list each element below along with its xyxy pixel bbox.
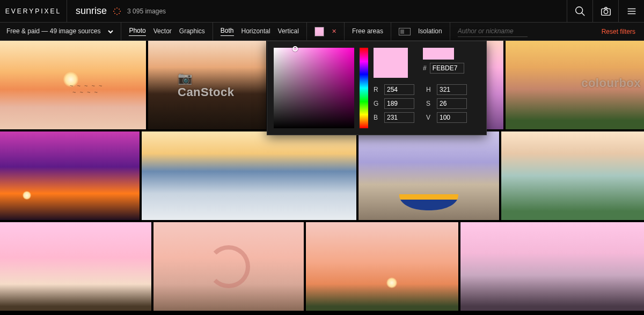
menu-icon[interactable]	[618, 0, 644, 23]
site-logo[interactable]: EVERYPIXEL	[0, 0, 67, 22]
search-summary: sunrise 3 095 images	[67, 0, 174, 22]
svg-point-8	[575, 6, 582, 13]
b-input[interactable]	[384, 112, 414, 123]
svg-point-3	[120, 11, 121, 12]
v-label: V	[426, 114, 433, 121]
b-label: B	[374, 114, 380, 121]
filter-vector[interactable]: Vector	[153, 27, 172, 36]
svg-point-0	[116, 8, 118, 9]
svg-point-7	[119, 13, 120, 14]
g-label: G	[374, 100, 380, 107]
result-count: 3 095 images	[127, 8, 166, 15]
clear-color-icon[interactable]: ✕	[332, 28, 336, 35]
svg-point-11	[604, 10, 608, 13]
color-swatch[interactable]	[314, 27, 324, 36]
hex-input[interactable]	[430, 63, 464, 74]
hue-slider[interactable]	[360, 48, 368, 128]
result-thumb[interactable]: 📷 CanStock	[148, 41, 266, 129]
result-thumb[interactable]	[0, 222, 151, 311]
r-input[interactable]	[384, 84, 414, 95]
result-thumb[interactable]	[142, 131, 356, 220]
result-thumb[interactable]	[306, 222, 458, 311]
h-input[interactable]	[437, 84, 467, 95]
result-thumb[interactable]	[0, 131, 140, 220]
svg-point-6	[114, 13, 115, 14]
s-input[interactable]	[437, 98, 467, 109]
reset-filters-button[interactable]: Reset filters	[593, 28, 644, 35]
isolation-icon	[399, 28, 411, 35]
top-header: EVERYPIXEL sunrise 3 095 images	[0, 0, 644, 23]
type-filter: Photo Vector Graphics	[121, 23, 213, 40]
spiral-watermark-icon	[207, 245, 250, 288]
free-areas-filter[interactable]: Free areas	[345, 23, 391, 40]
result-thumb[interactable]: colourbox	[506, 41, 644, 129]
filter-bar: Free & paid — 49 image sources Photo Vec…	[0, 23, 644, 41]
color-values: # R G B	[374, 48, 480, 128]
author-filter	[450, 23, 535, 40]
search-icon[interactable]	[567, 0, 592, 23]
sources-label[interactable]: Free & paid — 49 image sources	[6, 27, 100, 36]
filter-vertical[interactable]: Vertical	[278, 27, 299, 36]
orientation-filter: Both Horizontal Vertical	[213, 23, 307, 40]
free-areas-label[interactable]: Free areas	[352, 27, 383, 36]
filter-graphics[interactable]: Graphics	[179, 27, 205, 36]
filter-photo[interactable]: Photo	[129, 27, 145, 36]
boat-shape	[399, 194, 458, 210]
v-input[interactable]	[437, 112, 467, 123]
sv-cursor[interactable]	[292, 46, 298, 52]
chevron-down-icon	[108, 29, 113, 34]
color-filter: ✕	[307, 23, 345, 40]
watermark-text: colourbox	[581, 76, 641, 90]
result-thumb[interactable]	[460, 222, 644, 311]
svg-point-5	[119, 9, 120, 10]
result-thumb[interactable]	[153, 222, 304, 311]
search-term: sunrise	[76, 5, 107, 17]
result-thumb[interactable]	[501, 131, 644, 220]
result-thumb[interactable]	[358, 131, 499, 220]
svg-point-4	[114, 9, 115, 10]
result-thumb[interactable]: ~ ~ ~ ~ ~ ~ ~ ~ ~	[0, 41, 146, 129]
camera-icon[interactable]	[592, 0, 618, 23]
hex-hash: #	[423, 64, 427, 72]
svg-line-9	[581, 12, 584, 16]
filter-horizontal[interactable]: Horizontal	[241, 27, 270, 36]
g-input[interactable]	[384, 98, 414, 109]
r-label: R	[374, 86, 380, 93]
h-label: H	[426, 86, 433, 93]
s-label: S	[426, 100, 433, 107]
sources-filter[interactable]: Free & paid — 49 image sources	[6, 23, 121, 40]
previous-color-swatch	[423, 48, 454, 60]
isolation-filter[interactable]: Isolation	[391, 23, 450, 40]
author-input[interactable]	[458, 26, 528, 37]
isolation-label[interactable]: Isolation	[418, 27, 442, 36]
color-picker-panel: # R G B	[267, 41, 487, 135]
svg-point-2	[113, 11, 114, 12]
svg-point-1	[116, 14, 118, 15]
saturation-value-panel[interactable]	[274, 48, 354, 128]
watermark-text: 📷 CanStock	[178, 71, 237, 99]
sparkle-icon	[112, 6, 122, 16]
current-color-swatch	[374, 48, 408, 78]
filter-both[interactable]: Both	[221, 27, 234, 36]
